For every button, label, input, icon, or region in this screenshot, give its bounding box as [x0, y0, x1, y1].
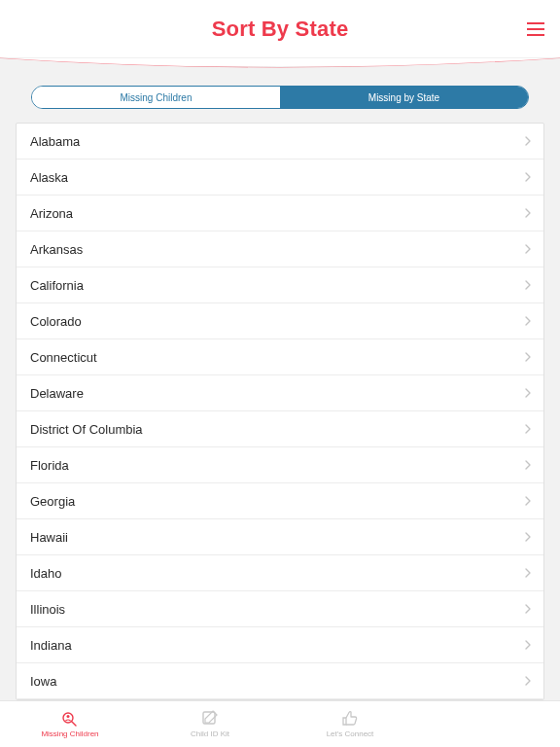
state-row[interactable]: Iowa: [17, 663, 543, 699]
state-row[interactable]: Delaware: [17, 375, 543, 411]
segment-missing-by-state[interactable]: Missing by State: [280, 87, 528, 108]
state-row[interactable]: Illinois: [17, 591, 543, 627]
header: Sort By State: [0, 0, 560, 58]
state-row[interactable]: Idaho: [17, 555, 543, 591]
state-label: Arizona: [30, 206, 522, 221]
state-label: Colorado: [30, 314, 522, 329]
chevron-right-icon: [522, 423, 534, 435]
chevron-right-icon: [522, 531, 534, 543]
state-label: Indiana: [30, 638, 522, 653]
state-label: Connecticut: [30, 350, 522, 365]
chevron-right-icon: [522, 495, 534, 507]
tab-bar: Missing ChildrenChild ID KitLet's Connec…: [0, 700, 560, 747]
state-row[interactable]: Indiana: [17, 627, 543, 663]
chevron-right-icon: [522, 675, 534, 687]
svg-line-1: [72, 722, 76, 726]
state-label: Alaska: [30, 170, 522, 185]
chevron-right-icon: [522, 387, 534, 399]
state-row[interactable]: Arkansas: [17, 231, 543, 267]
chevron-right-icon: [522, 315, 534, 327]
state-row[interactable]: Georgia: [17, 483, 543, 519]
header-divider: [0, 58, 560, 66]
tab-let-s-connect[interactable]: Let's Connect: [280, 701, 420, 747]
chevron-right-icon: [522, 207, 534, 219]
state-row[interactable]: Hawaii: [17, 519, 543, 555]
chevron-right-icon: [522, 279, 534, 291]
state-row[interactable]: California: [17, 267, 543, 303]
tab-label: Let's Connect: [327, 729, 374, 738]
chevron-right-icon: [522, 567, 534, 579]
segmented-control: Missing ChildrenMissing by State: [31, 86, 529, 109]
state-label: Hawaii: [30, 530, 522, 545]
content-area: Missing ChildrenMissing by State Alabama…: [0, 66, 560, 700]
state-label: District Of Columbia: [30, 422, 522, 437]
chevron-right-icon: [522, 639, 534, 651]
chevron-right-icon: [522, 135, 534, 147]
state-row[interactable]: Colorado: [17, 303, 543, 339]
state-label: Alabama: [30, 134, 522, 149]
state-row[interactable]: District Of Columbia: [17, 411, 543, 447]
state-label: California: [30, 278, 522, 293]
search-person-icon: [60, 710, 80, 728]
menu-icon[interactable]: [527, 22, 544, 36]
state-row[interactable]: Arizona: [17, 196, 543, 231]
state-label: Florida: [30, 458, 522, 473]
thumbs-up-icon: [340, 710, 360, 728]
state-label: Delaware: [30, 386, 522, 401]
state-label: Illinois: [30, 602, 522, 617]
chevron-right-icon: [522, 171, 534, 183]
chevron-right-icon: [522, 459, 534, 471]
blank-icon: [480, 715, 500, 732]
state-row[interactable]: Alabama: [17, 124, 543, 160]
chevron-right-icon: [522, 603, 534, 615]
state-label: Arkansas: [30, 242, 522, 257]
tab-label: Child ID Kit: [191, 729, 229, 738]
state-row[interactable]: Alaska: [17, 160, 543, 196]
tab-label: Missing Children: [41, 729, 98, 738]
tab-empty-3: [420, 701, 560, 747]
tab-missing-children[interactable]: Missing Children: [0, 701, 140, 747]
state-list: AlabamaAlaskaArizonaArkansasCaliforniaCo…: [16, 123, 544, 700]
tab-child-id-kit[interactable]: Child ID Kit: [140, 701, 280, 747]
state-label: Georgia: [30, 494, 522, 509]
state-label: Idaho: [30, 566, 522, 581]
svg-point-2: [67, 715, 70, 718]
state-row[interactable]: Connecticut: [17, 339, 543, 375]
page-title: Sort By State: [212, 17, 349, 42]
app-screen: Sort By State Missing ChildrenMissing by…: [0, 0, 560, 747]
edit-square-icon: [200, 710, 220, 728]
chevron-right-icon: [522, 351, 534, 363]
state-row[interactable]: Florida: [17, 447, 543, 483]
chevron-right-icon: [522, 243, 534, 255]
segment-missing-children[interactable]: Missing Children: [32, 87, 280, 108]
state-label: Iowa: [30, 674, 522, 689]
